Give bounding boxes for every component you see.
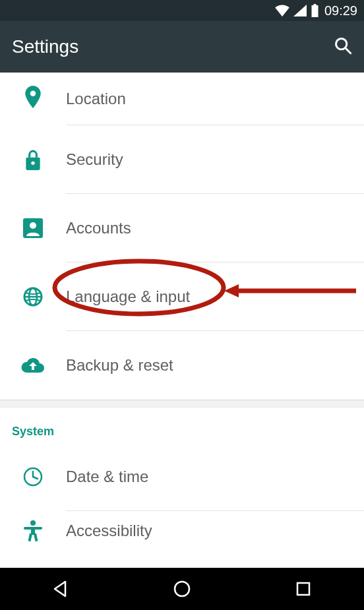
- navigation-bar: [0, 568, 364, 610]
- search-button[interactable]: [334, 36, 352, 57]
- accessibility-icon: [24, 520, 42, 541]
- settings-item-language-input[interactable]: Language & input: [0, 262, 364, 331]
- svg-point-6: [30, 222, 36, 229]
- settings-item-security[interactable]: Security: [0, 125, 364, 194]
- page-title: Settings: [12, 36, 78, 57]
- globe-icon: [23, 287, 43, 307]
- location-pin-icon: [24, 86, 42, 108]
- settings-item-backup-reset[interactable]: Backup & reset: [0, 331, 364, 400]
- battery-icon: [311, 4, 319, 17]
- app-bar: Settings: [0, 21, 364, 73]
- settings-item-accessibility[interactable]: Accessibility: [0, 511, 364, 551]
- svg-point-21: [175, 582, 189, 596]
- nav-home-button[interactable]: [169, 576, 195, 602]
- section-header-system: System: [0, 408, 364, 442]
- svg-line-12: [33, 477, 38, 479]
- section-divider: [0, 400, 364, 408]
- svg-rect-16: [28, 534, 32, 541]
- settings-item-label: Security: [66, 150, 364, 169]
- settings-item-label: Accessibility: [66, 522, 364, 540]
- svg-line-1: [346, 48, 351, 53]
- cloud-upload-icon: [21, 357, 45, 374]
- clock-icon: [23, 467, 43, 487]
- lock-icon: [24, 149, 42, 170]
- home-circle-icon: [173, 580, 191, 598]
- svg-point-2: [30, 90, 36, 96]
- wifi-icon: [275, 5, 289, 16]
- settings-item-label: Accounts: [66, 219, 364, 237]
- settings-item-date-time[interactable]: Date & time: [0, 442, 364, 511]
- person-box-icon: [23, 218, 43, 238]
- settings-item-label: Backup & reset: [66, 356, 364, 375]
- nav-recent-button[interactable]: [290, 576, 317, 602]
- settings-item-label: Date & time: [66, 468, 364, 486]
- cell-signal-icon: [293, 5, 307, 16]
- svg-rect-17: [34, 534, 38, 541]
- nav-back-button[interactable]: [47, 576, 74, 602]
- settings-item-location[interactable]: Location: [0, 73, 364, 125]
- status-bar: 09:29: [0, 0, 364, 21]
- svg-point-13: [30, 520, 36, 526]
- back-triangle-icon: [52, 580, 69, 597]
- svg-point-4: [31, 162, 34, 165]
- recent-square-icon: [295, 581, 311, 597]
- settings-item-label: Language & input: [66, 288, 364, 306]
- status-time: 09:29: [324, 3, 357, 18]
- svg-rect-22: [297, 583, 309, 595]
- settings-item-accounts[interactable]: Accounts: [0, 194, 364, 262]
- search-icon: [334, 36, 352, 55]
- settings-list[interactable]: Location Security Accounts: [0, 73, 364, 568]
- settings-item-label: Location: [66, 90, 364, 108]
